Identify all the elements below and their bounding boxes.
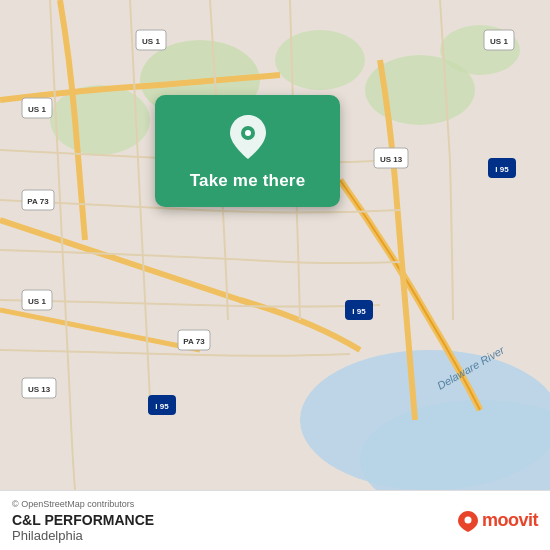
svg-text:I 95: I 95 xyxy=(155,402,169,411)
svg-text:US 1: US 1 xyxy=(28,297,46,306)
navigation-card: Take me there xyxy=(155,95,340,207)
take-me-there-button[interactable]: Take me there xyxy=(190,171,306,191)
svg-text:PA 73: PA 73 xyxy=(27,197,49,206)
svg-text:I 95: I 95 xyxy=(495,165,509,174)
svg-text:US 13: US 13 xyxy=(380,155,403,164)
place-city: Philadelphia xyxy=(12,528,154,543)
svg-text:US 1: US 1 xyxy=(142,37,160,46)
svg-point-33 xyxy=(464,516,471,523)
svg-text:I 95: I 95 xyxy=(352,307,366,316)
bottom-bar: © OpenStreetMap contributors C&L PERFORM… xyxy=(0,490,550,550)
osm-attribution: © OpenStreetMap contributors xyxy=(12,499,154,509)
place-name: C&L PERFORMANCE xyxy=(12,512,154,528)
svg-text:US 1: US 1 xyxy=(28,105,46,114)
svg-text:US 1: US 1 xyxy=(490,37,508,46)
svg-point-5 xyxy=(275,30,365,90)
moovit-logo: moovit xyxy=(457,510,538,532)
location-icon-container xyxy=(224,113,272,161)
moovit-label: moovit xyxy=(482,510,538,531)
map-container: I 95 I 95 I 95 US 1 US 1 US 1 US 1 US 13… xyxy=(0,0,550,490)
svg-text:PA 73: PA 73 xyxy=(183,337,205,346)
location-pin-icon xyxy=(230,115,266,159)
svg-text:US 13: US 13 xyxy=(28,385,51,394)
svg-point-32 xyxy=(245,130,251,136)
place-info: © OpenStreetMap contributors C&L PERFORM… xyxy=(12,499,154,543)
moovit-icon xyxy=(457,510,479,532)
